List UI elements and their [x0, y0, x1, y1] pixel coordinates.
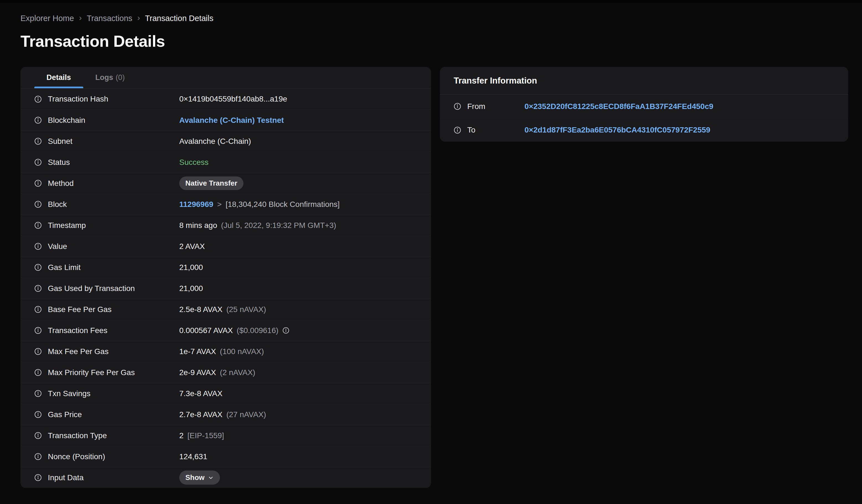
info-icon[interactable] [34, 264, 42, 271]
info-icon[interactable] [34, 117, 42, 124]
detail-row-transaction-hash: Transaction Hash0×1419b04559bf140ab8...a… [21, 89, 431, 109]
value-base-fee-per-gas-secondary: (25 nAVAX) [226, 305, 266, 314]
info-icon[interactable] [34, 95, 42, 103]
breadcrumb: Explorer Home›Transactions›Transaction D… [21, 13, 848, 23]
detail-row-status: StatusSuccess [21, 151, 431, 173]
tab-logs[interactable]: Logs(0) [83, 67, 137, 88]
detail-row-gas-price: Gas Price2.7e-8 AVAX(27 nAVAX) [21, 404, 431, 425]
row-label-area: Method [34, 179, 179, 188]
row-value-area: 7.3e-8 AVAX [179, 389, 222, 398]
info-icon[interactable] [34, 222, 42, 229]
row-label-subnet: Subnet [48, 137, 73, 146]
value-gas-price-secondary: (27 nAVAX) [226, 410, 266, 419]
row-value-area: 21,000 [179, 263, 203, 272]
row-label-gas-price: Gas Price [48, 410, 82, 419]
value-block-secondary: [18,304,240 Block Confirmations] [225, 200, 339, 209]
value-txn-savings: 7.3e-8 AVAX [179, 389, 222, 398]
breadcrumb-item-transactions[interactable]: Transactions [87, 13, 132, 23]
row-label-area: Subnet [34, 137, 179, 146]
info-icon[interactable] [34, 348, 42, 355]
info-icon[interactable] [34, 390, 42, 397]
tab-details[interactable]: Details [34, 67, 83, 88]
row-label-max-priority-fee-per-gas: Max Priority Fee Per Gas [48, 368, 135, 377]
info-icon[interactable] [454, 103, 461, 110]
input-data-show-button[interactable]: Show [179, 470, 220, 485]
info-icon[interactable] [34, 137, 42, 145]
value-gas-limit: 21,000 [179, 263, 203, 272]
info-icon[interactable] [34, 474, 42, 481]
info-icon[interactable] [454, 127, 461, 134]
details-rows: Transaction Hash0×1419b04559bf140ab8...a… [21, 89, 431, 488]
row-label-block: Block [48, 200, 67, 209]
detail-row-base-fee-per-gas: Base Fee Per Gas2.5e-8 AVAX(25 nAVAX) [21, 299, 431, 320]
tab-label: Logs [95, 73, 114, 82]
row-label-area: Max Priority Fee Per Gas [34, 368, 179, 377]
row-value-area: 21,000 [179, 284, 203, 293]
info-icon[interactable] [34, 432, 42, 439]
detail-row-nonce-position: Nonce (Position)124,631 [21, 446, 431, 467]
row-label-from: From [467, 102, 485, 111]
row-label-to: To [467, 125, 475, 134]
page-title: Transaction Details [21, 31, 848, 51]
to-address-link[interactable]: 0×2d1d87fF3Ea2ba6E0576bCA4310fC057972F25… [524, 125, 710, 134]
row-value-area: Avalanche (C-Chain) [179, 137, 251, 146]
cards-row: DetailsLogs(0) Transaction Hash0×1419b04… [21, 67, 848, 488]
value-transaction-type: 2 [179, 431, 184, 440]
info-icon[interactable] [34, 284, 42, 292]
detail-row-max-priority-fee-per-gas: Max Priority Fee Per Gas2e-9 AVAX(2 nAVA… [21, 362, 431, 383]
row-label-base-fee-per-gas: Base Fee Per Gas [48, 305, 112, 314]
detail-row-block: Block11296969>[18,304,240 Block Confirma… [21, 194, 431, 215]
info-icon[interactable] [34, 369, 42, 376]
row-label-area: Timestamp [34, 221, 179, 230]
value-nonce-position: 124,631 [179, 452, 207, 461]
detail-row-transaction-type: Transaction Type2[EIP-1559] [21, 425, 431, 446]
row-label-input-data: Input Data [48, 473, 83, 482]
row-label-gas-limit: Gas Limit [48, 263, 80, 272]
breadcrumb-item-transaction-details: Transaction Details [145, 13, 213, 23]
detail-row-input-data: Input DataShow [21, 467, 431, 488]
row-value-area: 1e-7 AVAX(100 nAVAX) [179, 347, 264, 356]
value-block-link[interactable]: 11296969 [179, 200, 213, 209]
info-icon[interactable] [34, 453, 42, 460]
row-label-area: Transaction Type [34, 431, 179, 440]
info-icon[interactable] [34, 306, 42, 313]
tab-label: Details [47, 73, 71, 82]
info-icon[interactable] [34, 159, 42, 166]
value-blockchain-link[interactable]: Avalanche (C-Chain) Testnet [179, 116, 284, 125]
detail-row-timestamp: Timestamp8 mins ago(Jul 5, 2022, 9:19:32… [21, 215, 431, 236]
row-value-area: 2.5e-8 AVAX(25 nAVAX) [179, 305, 266, 314]
details-card: DetailsLogs(0) Transaction Hash0×1419b04… [21, 67, 431, 488]
row-value-area: 0×1419b04559bf140ab8...a19e [179, 95, 287, 104]
value-transaction-hash: 0×1419b04559bf140ab8...a19e [179, 95, 287, 104]
status-badge: Success [179, 158, 209, 167]
info-icon[interactable] [34, 411, 42, 418]
transfer-card: Transfer Information From0×2352D20fC8122… [440, 67, 848, 142]
value-value: 2 AVAX [179, 242, 205, 251]
chevron-down-icon [208, 475, 214, 481]
info-icon[interactable] [34, 327, 42, 334]
row-label-area: Blockchain [34, 116, 179, 125]
from-address-link[interactable]: 0×2352D20fC81225c8ECD8f6FaA1B37F24FEd450… [524, 102, 714, 111]
row-value-area: 8 mins ago(Jul 5, 2022, 9:19:32 PM GMT+3… [179, 221, 336, 230]
info-icon[interactable] [34, 201, 42, 208]
info-icon[interactable] [34, 180, 42, 187]
row-label-txn-savings: Txn Savings [48, 389, 90, 398]
value-timestamp-secondary: (Jul 5, 2022, 9:19:32 PM GMT+3) [221, 221, 336, 230]
value-subnet: Avalanche (C-Chain) [179, 137, 251, 146]
detail-row-transaction-fees: Transaction Fees0.000567 AVAX($0.009616) [21, 320, 431, 341]
show-button-label: Show [185, 473, 205, 482]
breadcrumb-item-explorer-home[interactable]: Explorer Home [21, 13, 74, 23]
row-value-area: Show [179, 470, 220, 485]
row-value-area: Native Transfer [179, 176, 244, 190]
value-gas-used-by-transaction: 21,000 [179, 284, 203, 293]
detail-row-txn-savings: Txn Savings7.3e-8 AVAX [21, 383, 431, 404]
transfer-row-from: From0×2352D20fC81225c8ECD8f6FaA1B37F24FE… [440, 95, 848, 118]
info-icon[interactable] [283, 327, 289, 334]
row-value-area: 2 AVAX [179, 242, 205, 251]
row-label-area: Input Data [34, 473, 179, 482]
tab-count: (0) [116, 73, 125, 82]
info-icon[interactable] [34, 242, 42, 250]
row-label-transaction-fees: Transaction Fees [48, 326, 107, 335]
row-label-area: Value [34, 242, 179, 251]
value-max-fee-per-gas: 1e-7 AVAX [179, 347, 216, 356]
